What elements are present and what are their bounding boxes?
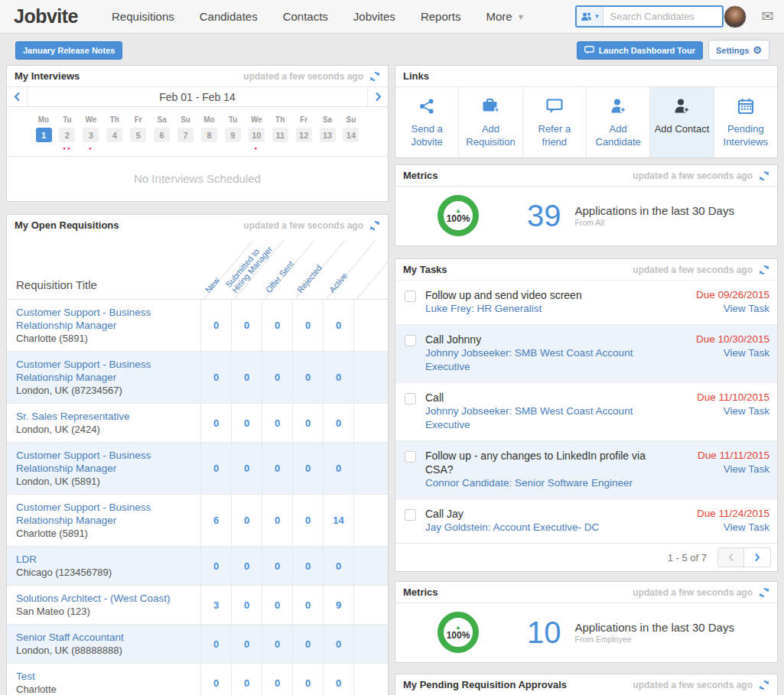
count-offer-sent[interactable]: 0 <box>262 404 292 442</box>
count-rejected[interactable]: 0 <box>292 443 323 494</box>
count-submitted[interactable]: 0 <box>231 586 262 624</box>
link-pending-interviews[interactable]: Pending Interviews <box>714 87 777 158</box>
day-number[interactable]: 10 <box>249 128 265 142</box>
launch-tour-button[interactable]: Launch Dashboard Tour <box>577 41 703 60</box>
count-submitted[interactable]: 0 <box>231 495 262 546</box>
task-checkbox[interactable] <box>405 335 416 346</box>
count-offer-sent[interactable]: 0 <box>262 443 292 494</box>
view-task-link[interactable]: View Task <box>678 404 769 418</box>
count-new[interactable]: 0 <box>200 352 231 403</box>
count-active[interactable]: 0 <box>323 300 353 351</box>
day-number[interactable]: 13 <box>320 128 336 142</box>
count-submitted[interactable]: 0 <box>231 300 262 351</box>
requisition-link[interactable]: LDR <box>16 553 191 566</box>
count-new[interactable]: 3 <box>200 586 231 624</box>
day-number[interactable]: 7 <box>177 128 194 142</box>
day-number[interactable]: 1 <box>36 128 52 142</box>
nav-item-more[interactable]: More ▼ <box>486 10 525 23</box>
task-checkbox[interactable] <box>405 509 416 521</box>
count-submitted[interactable]: 0 <box>231 443 262 494</box>
refresh-icon[interactable] <box>369 71 380 82</box>
count-offer-sent[interactable]: 0 <box>262 352 292 403</box>
day-number[interactable]: 8 <box>201 128 217 142</box>
refresh-icon[interactable] <box>759 587 769 598</box>
count-rejected[interactable]: 0 <box>292 352 323 403</box>
requisition-link[interactable]: Sr. Sales Representative <box>16 410 191 423</box>
nav-item-requisitions[interactable]: Requisitions <box>112 10 174 23</box>
requisition-link[interactable]: Solutions Architect - (West Coast) <box>16 592 191 605</box>
count-offer-sent[interactable]: 0 <box>262 664 292 695</box>
task-checkbox[interactable] <box>405 451 416 463</box>
next-page-button[interactable] <box>744 547 771 567</box>
count-new[interactable]: 0 <box>200 404 231 442</box>
count-active[interactable]: 0 <box>323 352 353 403</box>
task-checkbox[interactable] <box>405 393 416 404</box>
search-scope-dropdown[interactable]: ▼ <box>577 7 603 26</box>
view-task-link[interactable]: View Task <box>678 346 769 360</box>
count-active[interactable]: 9 <box>323 586 353 624</box>
day-number[interactable]: 3 <box>83 128 99 142</box>
user-avatar[interactable] <box>724 5 747 28</box>
nav-item-jobvites[interactable]: Jobvites <box>353 10 395 23</box>
count-rejected[interactable]: 0 <box>292 300 323 351</box>
task-checkbox[interactable] <box>405 291 416 302</box>
count-active[interactable]: 0 <box>323 625 353 663</box>
count-submitted[interactable]: 0 <box>231 547 262 585</box>
day-number[interactable]: 6 <box>154 128 170 142</box>
link-add-contact[interactable]: Add Contact <box>650 87 714 158</box>
day-number[interactable]: 5 <box>130 128 146 142</box>
requisition-link[interactable]: Senior Staff Accountant <box>16 631 191 644</box>
count-active[interactable]: 0 <box>323 443 353 494</box>
view-task-link[interactable]: View Task <box>678 463 769 476</box>
count-active[interactable]: 14 <box>323 495 353 546</box>
count-rejected[interactable]: 0 <box>292 495 323 546</box>
count-offer-sent[interactable]: 0 <box>262 586 292 624</box>
count-new[interactable]: 0 <box>200 625 231 663</box>
link-add-candidate[interactable]: Add Candidate <box>587 87 650 158</box>
refresh-icon[interactable] <box>759 680 769 690</box>
nav-item-reports[interactable]: Reports <box>421 10 461 23</box>
count-new[interactable]: 0 <box>200 443 231 494</box>
nav-item-contacts[interactable]: Contacts <box>283 10 328 23</box>
count-offer-sent[interactable]: 0 <box>262 547 292 585</box>
requisition-link[interactable]: Customer Support - Business Relationship… <box>16 449 191 475</box>
prev-week-button[interactable] <box>7 87 28 106</box>
next-week-button[interactable] <box>367 87 388 106</box>
requisition-link[interactable]: Customer Support - Business Relationship… <box>16 306 191 332</box>
search-input[interactable] <box>603 11 722 22</box>
link-refer-friend[interactable]: Refer a friend <box>523 87 587 158</box>
count-active[interactable]: 0 <box>323 547 353 585</box>
day-number[interactable]: 14 <box>343 128 359 142</box>
release-notes-button[interactable]: January Release Notes <box>15 41 122 60</box>
task-candidate-link[interactable]: Connor Candidate: Senior Software Engine… <box>425 476 670 490</box>
refresh-icon[interactable] <box>759 171 769 181</box>
settings-button[interactable]: Settings ⚙ <box>708 40 769 60</box>
day-number[interactable]: 4 <box>106 128 122 142</box>
count-new[interactable]: 6 <box>200 495 231 546</box>
count-submitted[interactable]: 0 <box>231 404 262 442</box>
refresh-icon[interactable] <box>759 265 769 275</box>
count-submitted[interactable]: 0 <box>231 664 262 695</box>
day-number[interactable]: 11 <box>272 128 288 142</box>
day-number[interactable]: 9 <box>225 128 241 142</box>
task-candidate-link[interactable]: Jay Goldstein: Account Executive- DC <box>425 521 670 534</box>
task-candidate-link[interactable]: Johnny Jobseeker: SMB West Coast Account… <box>425 404 670 432</box>
jobvite-logo[interactable]: Jobvite <box>14 5 78 28</box>
day-number[interactable]: 12 <box>296 128 312 142</box>
requisition-link[interactable]: Customer Support - Business Relationship… <box>16 358 191 384</box>
count-active[interactable]: 0 <box>323 404 353 442</box>
nav-item-candidates[interactable]: Candidates <box>200 10 258 23</box>
link-add-requisition[interactable]: Add Requisition <box>459 87 522 158</box>
requisition-link[interactable]: Customer Support - Business Relationship… <box>16 501 191 527</box>
task-candidate-link[interactable]: Johnny Jobseeker: SMB West Coast Account… <box>425 346 670 374</box>
day-number[interactable]: 2 <box>59 128 75 142</box>
view-task-link[interactable]: View Task <box>678 521 769 534</box>
count-new[interactable]: 0 <box>200 300 231 351</box>
mail-icon[interactable]: ✉ <box>761 8 773 25</box>
link-send-jobvite[interactable]: Send a Jobvite <box>395 87 459 158</box>
refresh-icon[interactable] <box>369 220 380 231</box>
count-rejected[interactable]: 0 <box>292 664 323 695</box>
count-offer-sent[interactable]: 0 <box>262 300 292 351</box>
view-task-link[interactable]: View Task <box>678 302 769 316</box>
count-submitted[interactable]: 0 <box>231 625 262 663</box>
